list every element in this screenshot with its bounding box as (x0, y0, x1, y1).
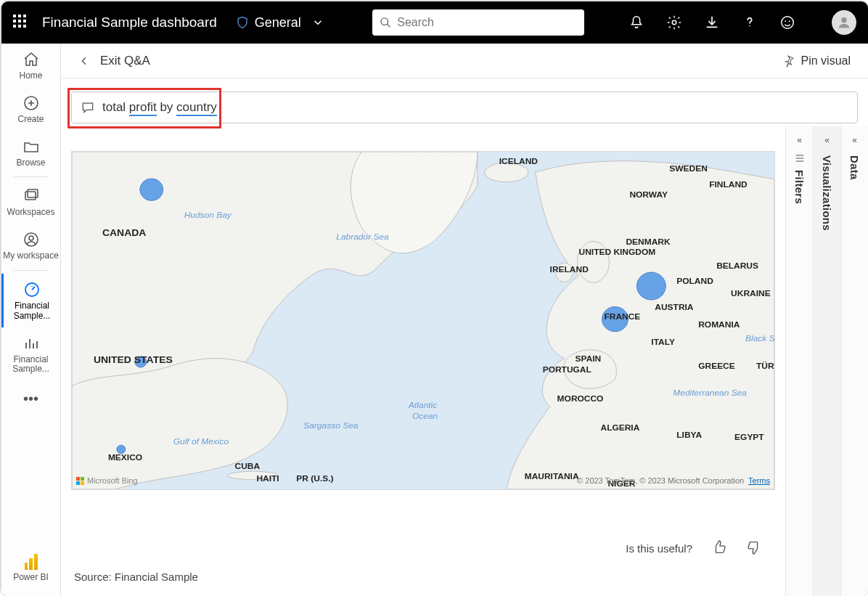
svg-text:UNITED STATES: UNITED STATES (94, 355, 173, 366)
svg-text:SPAIN: SPAIN (576, 354, 602, 364)
nav-fin-dashboard-label: Financial Sample... (5, 301, 59, 322)
svg-text:POLAND: POLAND (676, 276, 713, 285)
svg-text:ROMANIA: ROMANIA (698, 319, 740, 329)
nav-my-workspace-label: My workspace (3, 251, 59, 261)
sensitivity-label[interactable]: General (236, 15, 324, 30)
dashboard-title: Financial Sample dashboard (42, 15, 217, 30)
chat-bubble-icon (81, 100, 95, 115)
bubble-canada[interactable] (140, 179, 163, 200)
filters-panel-collapsed[interactable]: « Filters (785, 126, 813, 596)
svg-text:Sargasso Sea: Sargasso Sea (303, 421, 359, 430)
svg-text:BELARUS: BELARUS (716, 261, 758, 271)
bell-icon (629, 15, 644, 30)
svg-text:EGYPT: EGYPT (734, 432, 764, 441)
svg-text:CANADA: CANADA (102, 227, 147, 238)
chevrons-left-icon: « (824, 131, 830, 150)
account-avatar[interactable] (832, 10, 856, 35)
powerbi-logo-icon (25, 552, 38, 570)
nav-browse[interactable]: Browse (1, 131, 60, 174)
svg-point-4 (785, 20, 786, 22)
pin-icon (782, 54, 795, 68)
nav-financial-dashboard[interactable]: Financial Sample... (1, 274, 60, 327)
left-nav: Home Create Browse Workspaces My workspa… (1, 44, 61, 596)
question-icon (742, 15, 758, 30)
qna-text: total profit by country (102, 100, 217, 115)
svg-text:TÜR: TÜR (756, 361, 774, 370)
svg-rect-9 (28, 189, 38, 197)
dashboard-icon (23, 281, 41, 298)
folder-icon (22, 138, 40, 155)
svg-point-3 (782, 17, 794, 29)
map-svg: ICELAND SWEDEN FINLAND NORWAY DENMARK UN… (72, 152, 774, 489)
svg-text:Gulf of Mexico: Gulf of Mexico (173, 437, 229, 446)
svg-text:Ocean: Ocean (412, 411, 438, 420)
nav-my-workspace[interactable]: My workspace (1, 224, 60, 267)
nav-home-label: Home (19, 71, 42, 81)
pin-visual-label: Pin visual (801, 54, 851, 68)
qna-toolbar: Exit Q&A Pin visual (61, 44, 868, 78)
chevron-down-icon (311, 15, 324, 30)
svg-point-5 (789, 20, 790, 22)
map-terms-link[interactable]: Terms (748, 476, 770, 485)
svg-text:AUSTRIA: AUSTRIA (655, 303, 694, 312)
nav-workspaces[interactable]: Workspaces (1, 180, 60, 224)
exit-qna-button[interactable]: Exit Q&A (100, 54, 150, 68)
nav-more[interactable]: ••• (23, 380, 38, 417)
thumbs-up-icon (711, 539, 727, 555)
svg-text:ICELAND: ICELAND (499, 156, 538, 166)
map-attribution: © 2023 TomTom, © 2023 Microsoft Corporat… (577, 476, 770, 485)
svg-point-2 (672, 20, 676, 25)
nav-home[interactable]: Home (1, 44, 60, 87)
feedback-button[interactable] (779, 15, 795, 30)
svg-text:FRANCE: FRANCE (604, 311, 640, 321)
map-visual[interactable]: ICELAND SWEDEN FINLAND NORWAY DENMARK UN… (71, 151, 775, 490)
svg-text:UNITED KINGDOM: UNITED KINGDOM (579, 248, 656, 257)
plus-circle-icon (22, 94, 40, 112)
thumbs-up-button[interactable] (711, 539, 727, 558)
map-bing-credit: Microsoft Bing (76, 476, 138, 485)
search-input[interactable] (397, 16, 577, 29)
svg-text:MOROCCO: MOROCCO (557, 394, 604, 404)
svg-text:Labrador Sea: Labrador Sea (336, 232, 389, 241)
svg-text:CUBA: CUBA (235, 461, 261, 470)
chevron-left-icon[interactable] (78, 55, 90, 67)
source-label: Source: Financial Sample (61, 558, 785, 596)
svg-text:PORTUGAL: PORTUGAL (543, 364, 591, 374)
svg-point-14 (485, 163, 528, 182)
svg-text:MAURITANIA: MAURITANIA (525, 471, 579, 481)
sensitivity-text: General (255, 15, 301, 30)
svg-text:HAITI: HAITI (256, 473, 279, 483)
settings-button[interactable] (666, 15, 682, 30)
data-label: Data (848, 155, 861, 180)
gear-icon (666, 15, 682, 30)
nav-powerbi[interactable]: Power BI (12, 545, 50, 589)
visualizations-panel-collapsed[interactable]: « Visualizations (813, 126, 840, 596)
download-icon (704, 15, 720, 30)
filters-label: Filters (793, 170, 806, 204)
svg-point-6 (842, 17, 847, 23)
bubble-germany[interactable] (636, 272, 666, 300)
svg-text:ALGERIA: ALGERIA (600, 423, 639, 433)
svg-text:Mediterranean Sea: Mediterranean Sea (673, 388, 747, 397)
help-button[interactable] (742, 15, 758, 30)
nav-create[interactable]: Create (1, 87, 60, 131)
nav-financial-report[interactable]: Financial Sample... (1, 327, 60, 381)
qna-input[interactable]: total profit by country (71, 91, 858, 123)
notifications-button[interactable] (629, 15, 644, 30)
useful-label: Is this useful? (626, 542, 692, 555)
nav-create-label: Create (17, 115, 44, 125)
workspaces-icon (22, 187, 40, 205)
download-button[interactable] (704, 15, 720, 30)
smiley-icon (779, 15, 795, 30)
svg-text:DENMARK: DENMARK (626, 237, 671, 246)
global-search[interactable] (372, 9, 584, 36)
nav-browse-label: Browse (16, 158, 45, 168)
svg-text:ITALY: ITALY (651, 337, 675, 346)
pin-visual-button[interactable]: Pin visual (782, 54, 851, 68)
svg-point-0 (381, 18, 388, 25)
svg-text:PR (U.S.): PR (U.S.) (296, 473, 333, 483)
top-right-actions (629, 10, 856, 35)
data-panel-collapsed[interactable]: « Data (840, 126, 868, 596)
app-launcher-icon[interactable] (13, 15, 29, 30)
thumbs-down-button[interactable] (746, 539, 762, 558)
